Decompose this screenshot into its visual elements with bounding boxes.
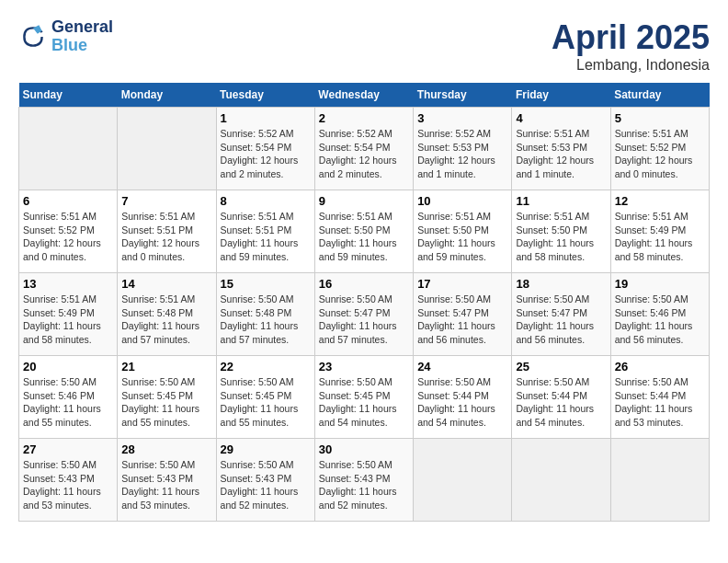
- day-number: 22: [221, 360, 311, 373]
- calendar-cell: 23Sunrise: 5:50 AM Sunset: 5:45 PM Dayli…: [314, 356, 413, 439]
- calendar-cell: 29Sunrise: 5:50 AM Sunset: 5:43 PM Dayli…: [216, 439, 314, 522]
- day-number: 18: [516, 277, 606, 291]
- calendar-cell: 28Sunrise: 5:50 AM Sunset: 5:43 PM Dayli…: [118, 439, 216, 522]
- day-info: Sunrise: 5:51 AM Sunset: 5:49 PM Dayligh…: [615, 210, 705, 264]
- calendar-cell: [414, 439, 512, 522]
- day-info: Sunrise: 5:50 AM Sunset: 5:43 PM Dayligh…: [121, 458, 211, 512]
- day-header-sunday: Sunday: [19, 83, 118, 108]
- day-info: Sunrise: 5:50 AM Sunset: 5:43 PM Dayligh…: [23, 458, 113, 512]
- day-info: Sunrise: 5:51 AM Sunset: 5:50 PM Dayligh…: [417, 210, 507, 264]
- week-row-3: 13Sunrise: 5:51 AM Sunset: 5:49 PM Dayli…: [19, 273, 710, 356]
- title-area: April 2025 Lembang, Indonesia: [552, 18, 710, 74]
- calendar-cell: [118, 108, 216, 190]
- day-info: Sunrise: 5:50 AM Sunset: 5:47 PM Dayligh…: [516, 293, 606, 347]
- header: GeneralBlue April 2025 Lembang, Indonesi…: [18, 18, 710, 74]
- day-number: 10: [417, 194, 507, 208]
- calendar-cell: 15Sunrise: 5:50 AM Sunset: 5:48 PM Dayli…: [216, 273, 314, 356]
- day-number: 7: [121, 194, 211, 208]
- day-info: Sunrise: 5:50 AM Sunset: 5:44 PM Dayligh…: [516, 375, 606, 430]
- day-number: 8: [221, 194, 311, 208]
- day-number: 1: [221, 111, 311, 125]
- day-info: Sunrise: 5:50 AM Sunset: 5:46 PM Dayligh…: [23, 375, 113, 430]
- day-header-wednesday: Wednesday: [314, 83, 413, 108]
- day-number: 20: [23, 360, 113, 373]
- calendar-cell: 12Sunrise: 5:51 AM Sunset: 5:49 PM Dayli…: [610, 190, 709, 273]
- month-title: April 2025: [552, 18, 710, 57]
- calendar-cell: 6Sunrise: 5:51 AM Sunset: 5:52 PM Daylig…: [19, 190, 118, 273]
- day-number: 23: [319, 360, 409, 373]
- day-info: Sunrise: 5:51 AM Sunset: 5:50 PM Dayligh…: [319, 210, 409, 264]
- day-number: 15: [221, 277, 311, 291]
- calendar-cell: 18Sunrise: 5:50 AM Sunset: 5:47 PM Dayli…: [512, 273, 610, 356]
- day-number: 21: [121, 360, 211, 373]
- day-number: 4: [516, 111, 606, 125]
- day-info: Sunrise: 5:50 AM Sunset: 5:48 PM Dayligh…: [221, 293, 311, 347]
- day-number: 3: [417, 111, 507, 125]
- day-number: 17: [417, 277, 507, 291]
- calendar-cell: 9Sunrise: 5:51 AM Sunset: 5:50 PM Daylig…: [314, 190, 413, 273]
- day-number: 30: [319, 442, 409, 456]
- calendar-cell: [512, 439, 610, 522]
- calendar-cell: 16Sunrise: 5:50 AM Sunset: 5:47 PM Dayli…: [314, 273, 413, 356]
- day-number: 24: [417, 360, 507, 373]
- days-header-row: SundayMondayTuesdayWednesdayThursdayFrid…: [19, 83, 710, 108]
- calendar-cell: 19Sunrise: 5:50 AM Sunset: 5:46 PM Dayli…: [610, 273, 709, 356]
- calendar-cell: 24Sunrise: 5:50 AM Sunset: 5:44 PM Dayli…: [414, 356, 512, 439]
- day-info: Sunrise: 5:50 AM Sunset: 5:45 PM Dayligh…: [221, 375, 311, 430]
- calendar-cell: 3Sunrise: 5:52 AM Sunset: 5:53 PM Daylig…: [414, 108, 512, 190]
- day-info: Sunrise: 5:50 AM Sunset: 5:46 PM Dayligh…: [615, 293, 705, 347]
- logo: GeneralBlue: [18, 18, 113, 55]
- day-number: 25: [516, 360, 606, 373]
- week-row-4: 20Sunrise: 5:50 AM Sunset: 5:46 PM Dayli…: [19, 356, 710, 439]
- calendar-cell: 5Sunrise: 5:51 AM Sunset: 5:52 PM Daylig…: [610, 108, 709, 190]
- calendar-table: SundayMondayTuesdayWednesdayThursdayFrid…: [18, 83, 710, 522]
- calendar-cell: 14Sunrise: 5:51 AM Sunset: 5:48 PM Dayli…: [118, 273, 216, 356]
- calendar-cell: 8Sunrise: 5:51 AM Sunset: 5:51 PM Daylig…: [216, 190, 314, 273]
- day-info: Sunrise: 5:50 AM Sunset: 5:45 PM Dayligh…: [319, 375, 409, 430]
- day-number: 9: [319, 194, 409, 208]
- calendar-cell: 10Sunrise: 5:51 AM Sunset: 5:50 PM Dayli…: [414, 190, 512, 273]
- week-row-1: 1Sunrise: 5:52 AM Sunset: 5:54 PM Daylig…: [19, 108, 710, 190]
- day-number: 27: [23, 442, 113, 456]
- logo-text: GeneralBlue: [51, 18, 113, 55]
- day-number: 5: [615, 111, 705, 125]
- day-header-friday: Friday: [512, 83, 610, 108]
- day-info: Sunrise: 5:50 AM Sunset: 5:47 PM Dayligh…: [319, 293, 409, 347]
- day-header-saturday: Saturday: [610, 83, 709, 108]
- day-info: Sunrise: 5:51 AM Sunset: 5:53 PM Dayligh…: [516, 127, 606, 181]
- calendar-cell: [610, 439, 709, 522]
- calendar-cell: 4Sunrise: 5:51 AM Sunset: 5:53 PM Daylig…: [512, 108, 610, 190]
- day-info: Sunrise: 5:50 AM Sunset: 5:47 PM Dayligh…: [417, 293, 507, 347]
- week-row-5: 27Sunrise: 5:50 AM Sunset: 5:43 PM Dayli…: [19, 439, 710, 522]
- calendar-cell: 17Sunrise: 5:50 AM Sunset: 5:47 PM Dayli…: [414, 273, 512, 356]
- day-info: Sunrise: 5:51 AM Sunset: 5:52 PM Dayligh…: [615, 127, 705, 181]
- calendar-cell: 2Sunrise: 5:52 AM Sunset: 5:54 PM Daylig…: [314, 108, 413, 190]
- day-info: Sunrise: 5:52 AM Sunset: 5:53 PM Dayligh…: [417, 127, 507, 181]
- day-info: Sunrise: 5:51 AM Sunset: 5:52 PM Dayligh…: [23, 210, 113, 264]
- day-number: 28: [121, 442, 211, 456]
- day-info: Sunrise: 5:50 AM Sunset: 5:43 PM Dayligh…: [221, 458, 311, 512]
- day-number: 19: [615, 277, 705, 291]
- day-header-thursday: Thursday: [414, 83, 512, 108]
- calendar-cell: 11Sunrise: 5:51 AM Sunset: 5:50 PM Dayli…: [512, 190, 610, 273]
- day-header-monday: Monday: [118, 83, 216, 108]
- day-info: Sunrise: 5:51 AM Sunset: 5:50 PM Dayligh…: [516, 210, 606, 264]
- calendar-cell: 25Sunrise: 5:50 AM Sunset: 5:44 PM Dayli…: [512, 356, 610, 439]
- day-info: Sunrise: 5:50 AM Sunset: 5:43 PM Dayligh…: [319, 458, 409, 512]
- calendar-cell: 26Sunrise: 5:50 AM Sunset: 5:44 PM Dayli…: [610, 356, 709, 439]
- day-number: 29: [221, 442, 311, 456]
- week-row-2: 6Sunrise: 5:51 AM Sunset: 5:52 PM Daylig…: [19, 190, 710, 273]
- day-number: 16: [319, 277, 409, 291]
- calendar-cell: 27Sunrise: 5:50 AM Sunset: 5:43 PM Dayli…: [19, 439, 118, 522]
- day-number: 26: [615, 360, 705, 373]
- day-number: 12: [615, 194, 705, 208]
- day-number: 13: [23, 277, 113, 291]
- calendar-cell: [19, 108, 118, 190]
- day-number: 11: [516, 194, 606, 208]
- day-info: Sunrise: 5:50 AM Sunset: 5:44 PM Dayligh…: [417, 375, 507, 430]
- calendar-cell: 22Sunrise: 5:50 AM Sunset: 5:45 PM Dayli…: [216, 356, 314, 439]
- day-info: Sunrise: 5:51 AM Sunset: 5:49 PM Dayligh…: [23, 293, 113, 347]
- day-info: Sunrise: 5:50 AM Sunset: 5:44 PM Dayligh…: [615, 375, 705, 430]
- day-info: Sunrise: 5:50 AM Sunset: 5:45 PM Dayligh…: [121, 375, 211, 430]
- calendar-cell: 30Sunrise: 5:50 AM Sunset: 5:43 PM Dayli…: [314, 439, 413, 522]
